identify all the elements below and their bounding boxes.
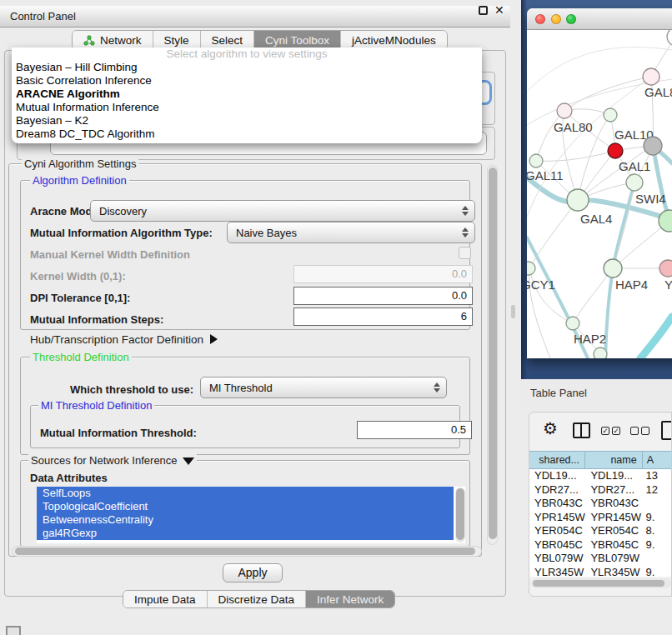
- network-edge[interactable]: [640, 317, 672, 358]
- tab-network[interactable]: Network: [73, 31, 153, 49]
- algorithm-dropdown-item[interactable]: Dream8 DC_TDC Algorithm: [12, 128, 482, 141]
- network-edge[interactable]: [564, 77, 651, 111]
- network-node[interactable]: [529, 154, 543, 168]
- column-header-partial[interactable]: A: [643, 452, 672, 468]
- dpi-tolerance-field[interactable]: 0.0: [293, 287, 473, 305]
- network-node-label: GAL8: [644, 85, 672, 99]
- algorithm-dropdown-item[interactable]: Basic Correlation Inference: [12, 74, 482, 88]
- network-node[interactable]: [527, 262, 535, 275]
- control-panel-title: Control Panel: [10, 10, 76, 22]
- tab-cyni-toolbox[interactable]: Cyni Toolbox: [254, 31, 341, 49]
- attribute-list-item[interactable]: SelfLoops: [37, 487, 454, 500]
- aracne-mode-combo[interactable]: Discovery: [90, 200, 475, 222]
- combo-spinner-icon: [461, 206, 469, 216]
- expanded-arrow-icon: [183, 458, 194, 465]
- mi-algorithm-type-combo[interactable]: Naive Bayes: [227, 222, 475, 243]
- sources-group-title[interactable]: Sources for Network Inference: [28, 454, 197, 467]
- mi-threshold-field[interactable]: 0.5: [357, 421, 472, 439]
- network-node-label: HAP4: [615, 278, 648, 292]
- network-edge[interactable]: [536, 151, 615, 161]
- select-all-columns-icon[interactable]: ✓ ✓: [601, 427, 620, 435]
- network-node[interactable]: [608, 143, 623, 158]
- mac-minimize-button[interactable]: [551, 14, 561, 24]
- network-node[interactable]: [644, 137, 662, 155]
- table-row[interactable]: YER054C YER054C 8.: [529, 524, 672, 538]
- network-node[interactable]: [659, 260, 672, 277]
- kernel-width-label: Kernel Width (0,1):: [30, 270, 126, 282]
- tab-discretize-data[interactable]: Discretize Data: [208, 591, 307, 608]
- document-icon[interactable]: [661, 421, 672, 440]
- column-header-name[interactable]: name: [585, 452, 643, 468]
- network-node[interactable]: [626, 174, 643, 191]
- algorithm-dropdown-item[interactable]: Mutual Information Inference: [12, 101, 482, 114]
- kernel-width-field[interactable]: 0.0: [293, 265, 473, 283]
- network-node-label: GAL11: [527, 168, 564, 182]
- network-node[interactable]: [667, 30, 672, 46]
- table-panel-titlebar: Table Panel: [521, 379, 672, 406]
- network-window-titlebar[interactable]: [527, 8, 672, 30]
- network-canvas[interactable]: GAL8GAL80GAL10GAL1GAL11GAL4SWI4GCY1HAP4Y…: [527, 30, 672, 358]
- gear-icon[interactable]: ⚙: [543, 420, 558, 437]
- mac-close-button[interactable]: [535, 14, 545, 24]
- tab-network-label: Network: [100, 34, 142, 47]
- network-edge[interactable]: [536, 111, 564, 161]
- apply-button[interactable]: Apply: [223, 563, 283, 582]
- mac-zoom-button[interactable]: [566, 14, 576, 24]
- dpi-tolerance-label: DPI Tolerance [0,1]:: [30, 292, 130, 304]
- attribute-list-item[interactable]: TopologicalCoefficient: [37, 500, 454, 513]
- minimized-panel-icon[interactable]: [6, 626, 21, 635]
- column-header-shared-name[interactable]: shared...: [529, 452, 585, 468]
- table-row[interactable]: YBR043C YBR043C: [529, 497, 672, 511]
- network-node[interactable]: [604, 259, 622, 278]
- network-node[interactable]: [594, 348, 607, 358]
- network-node[interactable]: [566, 317, 579, 330]
- hub-definition-expander[interactable]: Hub/Transcription Factor Definition: [30, 333, 218, 346]
- attribute-list-scrollbar[interactable]: [455, 488, 465, 542]
- table-row[interactable]: YBL079W YBL079W: [529, 552, 672, 566]
- split-pane-grip[interactable]: [511, 305, 515, 318]
- table-row[interactable]: YPR145W YPR145W 9.: [529, 511, 672, 525]
- network-node-label: GAL4: [580, 212, 612, 226]
- table-row[interactable]: YLR345W YLR345W 9.: [529, 566, 672, 578]
- close-icon[interactable]: ✕: [494, 3, 504, 17]
- split-columns-icon[interactable]: [573, 422, 590, 438]
- which-threshold-label: Which threshold to use:: [70, 383, 193, 396]
- network-node[interactable]: [557, 103, 572, 118]
- attribute-list-item[interactable]: BetweennessCentrality: [37, 513, 454, 527]
- network-node-label: GAL80: [554, 120, 593, 134]
- algorithm-dropdown-item[interactable]: Bayesian – K2: [12, 114, 482, 128]
- algorithm-dropdown-item[interactable]: Bayesian – Hill Climbing: [12, 61, 482, 74]
- panel-shadow: [521, 0, 527, 379]
- settings-vertical-scrollbar[interactable]: [487, 165, 498, 545]
- table-horizontal-scrollbar[interactable]: [531, 578, 671, 588]
- float-window-icon[interactable]: [479, 6, 488, 15]
- mi-threshold-group-title: MI Threshold Definition: [38, 399, 154, 412]
- table-row[interactable]: YBR045C YBR045C 9.: [529, 538, 672, 552]
- settings-horizontal-scrollbar[interactable]: [12, 546, 482, 557]
- deselect-all-columns-icon[interactable]: [630, 427, 649, 435]
- threshold-definition-title: Threshold Definition: [30, 351, 132, 363]
- table-row[interactable]: YDR27... YDR27... 12: [529, 483, 672, 498]
- which-threshold-combo[interactable]: MI Threshold: [200, 377, 447, 398]
- network-node[interactable]: [643, 68, 659, 85]
- network-view-window[interactable]: GAL8GAL80GAL10GAL1GAL11GAL4SWI4GCY1HAP4Y…: [527, 8, 672, 358]
- app-root: Control Panel ✕ Network Style Select Cyn…: [0, 0, 672, 635]
- mi-steps-field[interactable]: 6: [293, 308, 473, 326]
- network-node[interactable]: [567, 189, 589, 211]
- network-node-label: Y: [664, 278, 672, 292]
- tab-impute-data[interactable]: Impute Data: [123, 591, 208, 608]
- table-header-row: shared... name A: [529, 451, 672, 469]
- tab-style[interactable]: Style: [153, 31, 201, 49]
- algorithm-dropdown-item[interactable]: ARACNE Algorithm: [12, 88, 482, 101]
- network-node-label: HAP2: [574, 332, 606, 346]
- tab-infer-network[interactable]: Infer Network: [306, 591, 394, 608]
- table-row[interactable]: YDL19... YDL19... 13: [529, 469, 672, 483]
- tab-select[interactable]: Select: [201, 31, 255, 49]
- combo-spinner-icon: [461, 228, 469, 238]
- network-node[interactable]: [604, 108, 617, 122]
- attribute-list-item[interactable]: gal4RGexp: [37, 527, 454, 540]
- data-attributes-list[interactable]: SelfLoops TopologicalCoefficient Between…: [37, 487, 465, 543]
- data-attributes-label: Data Attributes: [30, 472, 108, 484]
- tab-jactivemnodules[interactable]: jActiveMNodules: [341, 31, 447, 49]
- manual-kernel-width-checkbox[interactable]: [459, 247, 471, 259]
